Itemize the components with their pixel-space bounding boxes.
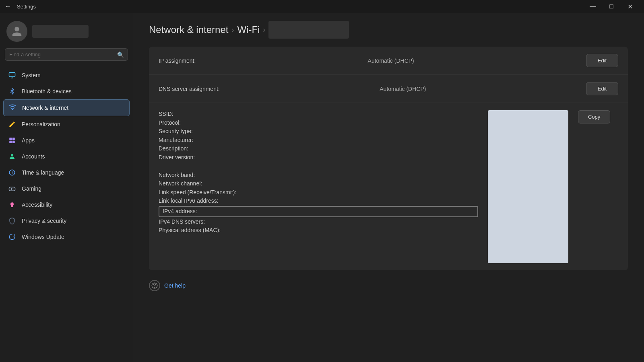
sidebar-item-privacy-label: Privacy & security [22,218,66,224]
sidebar: 🔍 System Bluetooth & devices Networ [0,13,133,362]
privacy-icon [8,217,16,225]
breadcrumb-current [268,21,349,39]
accounts-icon [8,152,16,160]
ip-assignment-edit-button[interactable]: Edit [586,54,618,67]
breadcrumb-wifi[interactable]: Wi-Fi [237,24,260,35]
sidebar-item-accessibility-label: Accessibility [22,202,52,208]
bluetooth-icon [8,87,16,95]
network-band-label: Network band: [159,171,478,179]
app-container: 🔍 System Bluetooth & devices Networ [0,13,644,362]
description-label: Description: [159,145,478,153]
link-local-ipv6-label: Link-local IPv6 address: [159,197,478,205]
svg-rect-4 [9,141,12,143]
window-controls: — □ ✕ [584,0,639,13]
update-icon [8,233,16,241]
help-row[interactable]: Get help [133,270,644,301]
security-type-label: Security type: [159,128,478,136]
sidebar-nav: System Bluetooth & devices Network & int… [0,66,133,362]
titlebar-left: ← Settings [5,3,36,10]
sidebar-item-system[interactable]: System [3,67,130,83]
apps-icon [8,136,16,144]
sidebar-item-apps[interactable]: Apps [3,132,130,148]
search-icon: 🔍 [117,51,124,58]
breadcrumb-sep-2: › [263,26,265,34]
help-label: Get help [164,282,186,289]
sidebar-item-time-label: Time & language [22,169,64,176]
svg-point-9 [12,202,13,203]
sidebar-item-time[interactable]: Time & language [3,165,130,181]
sidebar-item-update[interactable]: Windows Update [3,229,130,245]
ssid-label: SSID: [159,110,478,118]
sidebar-profile [0,13,133,48]
sidebar-item-personalization-label: Personalization [22,121,60,128]
system-icon [8,71,16,79]
help-icon [149,280,160,291]
blank-space [159,162,478,171]
maximize-button[interactable]: □ [602,0,621,13]
sidebar-item-bluetooth-label: Bluetooth & devices [22,88,72,95]
ip-assignment-label: IP assignment: [159,58,196,64]
detail-action: Copy [578,110,618,123]
svg-point-1 [12,109,13,110]
dns-assignment-row: DNS server assignment: Automatic (DHCP) … [149,75,628,103]
svg-rect-0 [9,72,15,77]
dns-assignment-label: DNS server assignment: [159,86,220,92]
manufacturer-label: Manufacturer: [159,136,478,144]
driver-version-label: Driver version: [159,154,478,162]
svg-point-11 [155,287,155,288]
link-speed-label: Link speed (Receive/Transmit): [159,189,478,197]
app-title: Settings [17,4,36,10]
protocol-label: Protocol: [159,119,478,127]
network-icon [8,104,17,112]
sidebar-item-bluetooth[interactable]: Bluetooth & devices [3,83,130,99]
ipv4-address-label: IPv4 address: [159,206,478,217]
sidebar-item-apps-label: Apps [22,137,35,144]
sidebar-item-network-label: Network & internet [22,105,68,111]
search-input[interactable] [5,48,128,61]
profile-name-box [32,25,89,38]
breadcrumb-sep-1: › [231,26,234,34]
sidebar-search[interactable]: 🔍 [5,48,128,61]
sidebar-item-privacy[interactable]: Privacy & security [3,213,130,229]
physical-address-label: Physical address (MAC): [159,226,478,234]
sidebar-item-personalization[interactable]: Personalization [3,116,130,132]
svg-rect-5 [12,141,15,143]
avatar [6,21,27,42]
copy-button[interactable]: Copy [578,110,610,123]
time-icon [8,169,16,177]
sidebar-item-update-label: Windows Update [22,234,64,240]
content-area: Network & internet › Wi-Fi › IP assignme… [133,13,644,362]
minimize-button[interactable]: — [584,0,602,13]
close-button[interactable]: ✕ [621,0,639,13]
sidebar-item-accounts[interactable]: Accounts [3,148,130,165]
dns-assignment-edit-button[interactable]: Edit [586,82,618,95]
detail-labels: SSID: Protocol: Security type: Manufactu… [159,110,478,234]
titlebar: ← Settings — □ ✕ [0,0,644,13]
ip-assignment-row: IP assignment: Automatic (DHCP) Edit [149,47,628,75]
sidebar-item-system-label: System [22,72,41,78]
settings-panel: IP assignment: Automatic (DHCP) Edit DNS… [149,47,628,270]
breadcrumb: Network & internet › Wi-Fi › [133,13,644,47]
sidebar-item-accounts-label: Accounts [22,153,45,160]
detail-values-box [488,110,568,263]
accessibility-icon [8,201,16,209]
details-row: SSID: Protocol: Security type: Manufactu… [149,103,628,270]
breadcrumb-network[interactable]: Network & internet [149,24,228,35]
svg-rect-3 [12,138,15,140]
ipv4-dns-label: IPv4 DNS servers: [159,218,478,226]
ip-assignment-value: Automatic (DHCP) [368,58,414,64]
svg-rect-2 [9,138,12,140]
personalization-icon [8,120,16,128]
sidebar-item-gaming-label: Gaming [22,185,41,192]
sidebar-item-accessibility[interactable]: Accessibility [3,197,130,213]
network-channel-label: Network channel: [159,180,478,188]
svg-point-6 [11,154,13,156]
back-button[interactable]: ← [5,3,11,10]
sidebar-item-gaming[interactable]: Gaming [3,181,130,197]
dns-assignment-value: Automatic (DHCP) [380,86,426,92]
gaming-icon [8,185,16,193]
sidebar-item-network[interactable]: Network & internet [3,99,130,116]
